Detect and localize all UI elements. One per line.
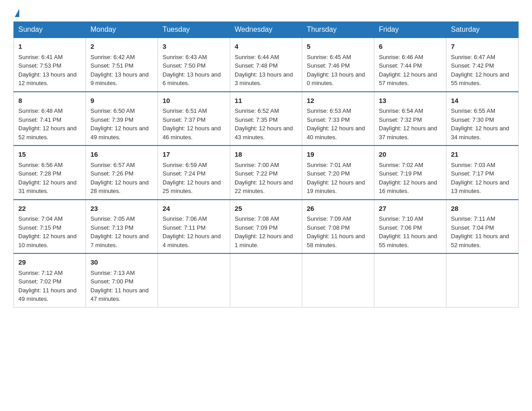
calendar-cell: 10Sunrise: 6:51 AMSunset: 7:37 PMDayligh… [158, 92, 230, 146]
day-number: 2 [90, 42, 153, 52]
calendar-cell: 4Sunrise: 6:44 AMSunset: 7:48 PMDaylight… [230, 38, 302, 92]
day-sunset: Sunset: 7:04 PM [451, 224, 494, 231]
day-sunrise: Sunrise: 6:44 AM [235, 54, 279, 60]
weekday-header-wednesday: Wednesday [230, 22, 302, 38]
day-daylight: Daylight: 12 hours and 40 minutes. [307, 125, 365, 141]
day-sunrise: Sunrise: 6:57 AM [90, 162, 135, 168]
calendar-cell: 20Sunrise: 7:02 AMSunset: 7:19 PMDayligh… [374, 146, 446, 200]
day-daylight: Daylight: 11 hours and 52 minutes. [451, 233, 509, 248]
calendar-cell: 7Sunrise: 6:47 AMSunset: 7:42 PMDaylight… [446, 38, 519, 92]
calendar-cell: 1Sunrise: 6:41 AMSunset: 7:53 PMDaylight… [14, 38, 86, 92]
week-row-1: 1Sunrise: 6:41 AMSunset: 7:53 PMDaylight… [14, 38, 519, 92]
day-sunset: Sunset: 7:32 PM [379, 116, 422, 123]
calendar-cell: 18Sunrise: 7:00 AMSunset: 7:22 PMDayligh… [230, 146, 302, 200]
day-sunrise: Sunrise: 7:02 AM [379, 162, 423, 168]
day-daylight: Daylight: 12 hours and 22 minutes. [235, 179, 293, 195]
day-number: 1 [18, 42, 81, 52]
day-number: 12 [307, 96, 369, 106]
calendar-cell: 28Sunrise: 7:11 AMSunset: 7:04 PMDayligh… [446, 200, 519, 254]
logo-triangle-icon [15, 9, 19, 17]
day-number: 29 [18, 257, 81, 268]
day-sunrise: Sunrise: 6:50 AM [90, 107, 135, 114]
day-sunrise: Sunrise: 7:10 AM [379, 215, 423, 222]
day-number: 15 [18, 150, 81, 160]
calendar-cell: 17Sunrise: 6:59 AMSunset: 7:24 PMDayligh… [158, 146, 230, 200]
calendar-cell: 24Sunrise: 7:06 AMSunset: 7:11 PMDayligh… [158, 200, 230, 254]
day-number: 14 [451, 96, 514, 106]
day-sunrise: Sunrise: 7:03 AM [451, 162, 495, 168]
day-number: 11 [235, 96, 297, 106]
day-sunrise: Sunrise: 6:47 AM [451, 54, 495, 60]
day-number: 25 [235, 204, 297, 214]
weekday-header-tuesday: Tuesday [158, 22, 230, 38]
day-sunset: Sunset: 7:00 PM [90, 278, 133, 285]
day-daylight: Daylight: 12 hours and 13 minutes. [451, 179, 509, 195]
day-number: 4 [235, 42, 297, 52]
day-sunrise: Sunrise: 6:51 AM [163, 107, 207, 114]
day-sunset: Sunset: 7:46 PM [307, 62, 350, 69]
day-daylight: Daylight: 12 hours and 25 minutes. [163, 179, 221, 195]
day-sunrise: Sunrise: 6:55 AM [451, 107, 495, 114]
day-daylight: Daylight: 12 hours and 28 minutes. [90, 179, 149, 195]
day-sunrise: Sunrise: 7:13 AM [90, 270, 135, 276]
week-row-3: 15Sunrise: 6:56 AMSunset: 7:28 PMDayligh… [14, 146, 519, 200]
day-daylight: Daylight: 12 hours and 55 minutes. [451, 71, 509, 87]
day-sunset: Sunset: 7:50 PM [163, 62, 206, 69]
day-number: 23 [90, 204, 153, 214]
day-daylight: Daylight: 11 hours and 47 minutes. [90, 287, 149, 303]
calendar-cell: 27Sunrise: 7:10 AMSunset: 7:06 PMDayligh… [374, 200, 446, 254]
logo [13, 9, 19, 17]
day-sunset: Sunset: 7:26 PM [90, 170, 133, 177]
day-number: 6 [379, 42, 442, 52]
day-sunrise: Sunrise: 6:56 AM [18, 162, 63, 168]
day-daylight: Daylight: 12 hours and 7 minutes. [90, 233, 149, 248]
day-sunset: Sunset: 7:44 PM [379, 62, 422, 69]
day-sunset: Sunset: 7:20 PM [307, 170, 350, 177]
weekday-header-monday: Monday [86, 22, 158, 38]
calendar-cell: 21Sunrise: 7:03 AMSunset: 7:17 PMDayligh… [446, 146, 519, 200]
day-sunrise: Sunrise: 7:04 AM [18, 215, 63, 222]
calendar-cell: 23Sunrise: 7:05 AMSunset: 7:13 PMDayligh… [86, 200, 158, 254]
day-sunset: Sunset: 7:42 PM [451, 62, 494, 69]
calendar-cell: 11Sunrise: 6:52 AMSunset: 7:35 PMDayligh… [230, 92, 302, 146]
day-daylight: Daylight: 13 hours and 3 minutes. [235, 71, 293, 87]
day-sunrise: Sunrise: 7:08 AM [235, 215, 279, 222]
day-sunrise: Sunrise: 7:05 AM [90, 215, 135, 222]
day-number: 28 [451, 204, 514, 214]
day-sunrise: Sunrise: 6:59 AM [163, 162, 207, 168]
day-sunset: Sunset: 7:22 PM [235, 170, 278, 177]
day-sunset: Sunset: 7:51 PM [90, 62, 133, 69]
day-sunset: Sunset: 7:41 PM [18, 116, 61, 123]
day-sunset: Sunset: 7:37 PM [163, 116, 206, 123]
day-number: 21 [451, 150, 514, 160]
day-daylight: Daylight: 12 hours and 4 minutes. [163, 233, 221, 248]
day-sunset: Sunset: 7:30 PM [451, 116, 494, 123]
day-daylight: Daylight: 12 hours and 16 minutes. [379, 179, 437, 195]
day-sunset: Sunset: 7:19 PM [379, 170, 422, 177]
day-number: 22 [18, 204, 81, 214]
day-number: 8 [18, 96, 81, 106]
day-sunrise: Sunrise: 6:41 AM [18, 54, 63, 60]
day-daylight: Daylight: 12 hours and 34 minutes. [451, 125, 509, 141]
calendar-cell: 25Sunrise: 7:08 AMSunset: 7:09 PMDayligh… [230, 200, 302, 254]
calendar-table: SundayMondayTuesdayWednesdayThursdayFrid… [13, 21, 519, 308]
calendar-cell: 12Sunrise: 6:53 AMSunset: 7:33 PMDayligh… [302, 92, 374, 146]
weekday-header-sunday: Sunday [14, 22, 86, 38]
day-number: 20 [379, 150, 442, 160]
day-sunset: Sunset: 7:28 PM [18, 170, 61, 177]
day-sunrise: Sunrise: 7:06 AM [163, 215, 207, 222]
day-sunset: Sunset: 7:35 PM [235, 116, 278, 123]
day-number: 17 [163, 150, 225, 160]
day-daylight: Daylight: 12 hours and 46 minutes. [163, 125, 221, 141]
day-daylight: Daylight: 13 hours and 12 minutes. [18, 71, 77, 87]
calendar-cell: 29Sunrise: 7:12 AMSunset: 7:02 PMDayligh… [14, 253, 86, 307]
calendar-cell: 5Sunrise: 6:45 AMSunset: 7:46 PMDaylight… [302, 38, 374, 92]
day-number: 5 [307, 42, 369, 52]
day-sunset: Sunset: 7:11 PM [163, 224, 206, 231]
calendar-cell: 3Sunrise: 6:43 AMSunset: 7:50 PMDaylight… [158, 38, 230, 92]
day-number: 27 [379, 204, 442, 214]
day-sunset: Sunset: 7:39 PM [90, 116, 133, 123]
day-daylight: Daylight: 12 hours and 31 minutes. [18, 179, 77, 195]
day-sunset: Sunset: 7:09 PM [235, 224, 278, 231]
calendar-cell [158, 253, 230, 307]
